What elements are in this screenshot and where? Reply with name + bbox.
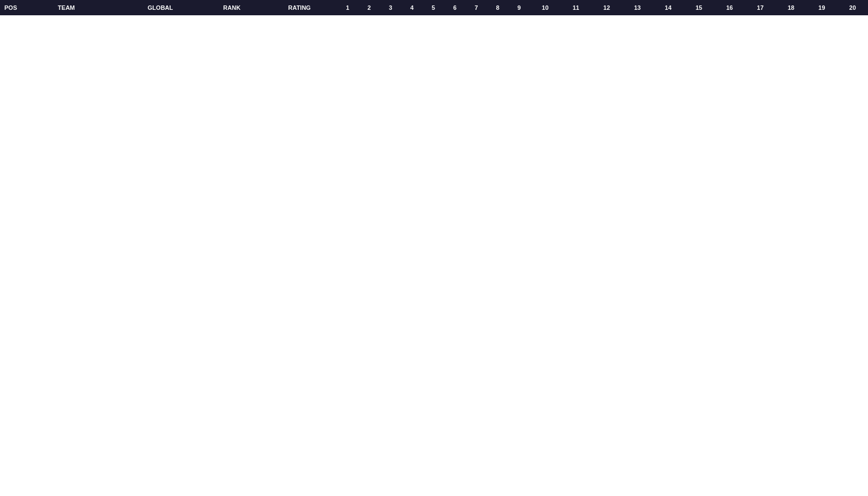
col-19-header: 19 [806, 0, 837, 15]
col-16-header: 16 [714, 0, 745, 15]
col-18-header: 18 [776, 0, 806, 15]
col-5-header: 5 [423, 0, 444, 15]
col-15-header: 15 [684, 0, 714, 15]
pos-header: POS [0, 0, 53, 15]
col-4-header: 4 [401, 0, 423, 15]
rank-header: RANK [202, 0, 262, 15]
col-20-header: 20 [837, 0, 868, 15]
col-13-header: 13 [622, 0, 653, 15]
col-17-header: 17 [745, 0, 775, 15]
col-14-header: 14 [653, 0, 683, 15]
col-1-header: 1 [337, 0, 358, 15]
col-6-header: 6 [444, 0, 466, 15]
rating-header: RATING [262, 0, 337, 15]
col-9-header: 9 [508, 0, 529, 15]
col-12-header: 12 [592, 0, 622, 15]
standings-table: POS TEAM GLOBAL RANK RATING 1 2 3 4 5 6 … [0, 0, 868, 15]
col-8-header: 8 [487, 0, 508, 15]
global-header: GLOBAL [119, 0, 202, 15]
col-10-header: 10 [530, 0, 560, 15]
team-header: TEAM [53, 0, 119, 15]
col-7-header: 7 [466, 0, 487, 15]
col-2-header: 2 [358, 0, 379, 15]
col-3-header: 3 [380, 0, 401, 15]
col-11-header: 11 [560, 0, 591, 15]
